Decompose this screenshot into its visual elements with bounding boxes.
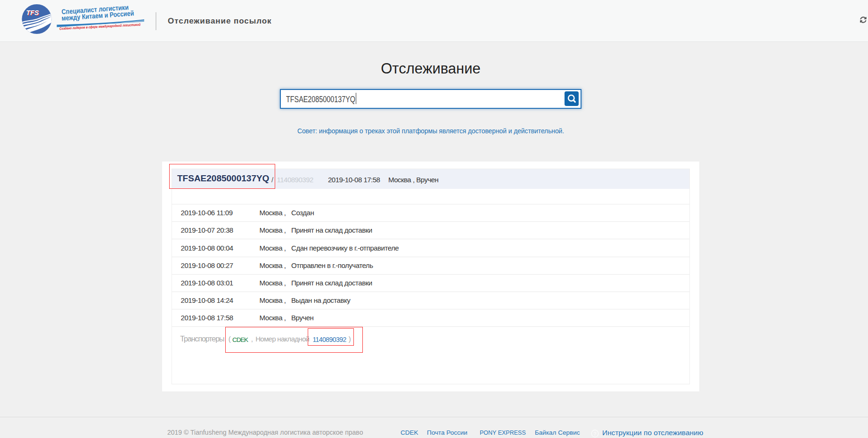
svg-text:?: ? [593,430,597,436]
svg-text:TFS: TFS [26,8,40,16]
